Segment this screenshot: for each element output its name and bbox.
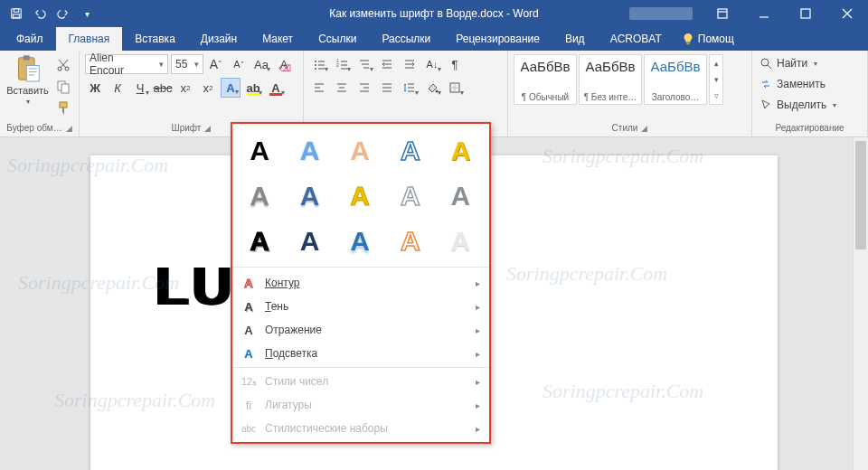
tab-review[interactable]: Рецензирование — [443, 27, 552, 51]
font-name-combo[interactable]: Alien Encour▾ — [85, 54, 168, 74]
svg-point-14 — [315, 61, 316, 62]
minimize-button[interactable] — [743, 0, 785, 27]
shading-button[interactable] — [422, 78, 442, 98]
scrollbar-thumb[interactable] — [855, 141, 866, 249]
vertical-scrollbar[interactable] — [853, 137, 868, 470]
bullets-button[interactable] — [309, 54, 329, 74]
ribbon-options-button[interactable] — [702, 0, 743, 27]
fx-preset[interactable]: A — [442, 178, 478, 214]
fx-preset[interactable]: A — [342, 178, 378, 214]
underline-button[interactable]: Ч — [130, 78, 150, 98]
fx-reflection-menu[interactable]: AОтражение▸ — [232, 318, 489, 342]
text-effects-button[interactable]: A — [221, 78, 241, 98]
save-button[interactable] — [5, 3, 27, 24]
format-painter-button[interactable] — [53, 99, 73, 118]
bold-button[interactable]: Ж — [85, 78, 105, 98]
svg-point-15 — [315, 64, 316, 66]
paste-button[interactable]: Вставить ▾ — [5, 54, 50, 118]
line-spacing-button[interactable] — [400, 78, 420, 98]
subscript-button[interactable]: x2 — [175, 78, 195, 98]
tab-mailings[interactable]: Рассылки — [369, 27, 443, 51]
fx-preset[interactable]: A — [342, 133, 378, 169]
increase-indent-button[interactable] — [400, 54, 420, 74]
styles-gallery-more[interactable]: ▴▾▿ — [709, 54, 723, 105]
tab-references[interactable]: Ссылки — [306, 27, 369, 51]
svg-rect-2 — [14, 14, 20, 18]
find-button[interactable]: Найти▾ — [758, 54, 862, 72]
tab-design[interactable]: Дизайн — [188, 27, 250, 51]
change-case-button[interactable]: Aa — [251, 54, 271, 74]
fx-preset[interactable]: A — [392, 133, 429, 169]
fx-preset[interactable]: A — [241, 133, 278, 169]
fx-preset[interactable]: A — [292, 223, 328, 259]
multilevel-list-button[interactable] — [354, 54, 374, 74]
redo-button[interactable] — [52, 3, 74, 24]
clear-formatting-button[interactable]: A⌫ — [274, 54, 294, 74]
tell-me-button[interactable]: Помощ — [682, 27, 734, 51]
fx-glow-menu[interactable]: AПодсветка▸ — [232, 342, 489, 365]
copy-button[interactable] — [53, 78, 73, 96]
svg-point-21 — [761, 59, 769, 66]
tab-home[interactable]: Главная — [56, 27, 123, 51]
decrease-indent-button[interactable] — [377, 54, 397, 74]
superscript-button[interactable]: x2 — [198, 78, 218, 98]
highlight-button[interactable]: ab — [243, 78, 263, 98]
style-no-spacing[interactable]: АаБбВв¶ Без инте… — [579, 54, 642, 105]
fx-preset[interactable]: A — [241, 223, 278, 259]
brush-icon — [56, 101, 71, 116]
close-button[interactable] — [826, 0, 868, 27]
fx-outline-menu[interactable]: AКонтур▸ — [232, 271, 489, 295]
fx-preset[interactable]: A — [442, 133, 478, 169]
font-size-combo[interactable]: 55▾ — [171, 54, 203, 74]
replace-icon — [760, 78, 772, 90]
borders-button[interactable] — [445, 78, 465, 98]
font-dialog-launcher[interactable]: ◢ — [204, 124, 211, 133]
undo-button[interactable] — [29, 3, 51, 24]
fx-preset[interactable]: A — [342, 223, 378, 259]
tab-layout[interactable]: Макет — [250, 27, 306, 51]
fx-preset[interactable]: A — [292, 133, 328, 169]
tab-file[interactable]: Файл — [4, 27, 56, 51]
tab-insert[interactable]: Вставка — [122, 27, 188, 51]
strikethrough-button[interactable]: abc — [153, 78, 173, 98]
sort-button[interactable]: A↓ — [422, 54, 442, 74]
fx-preset[interactable]: A — [392, 178, 429, 214]
search-icon — [760, 57, 772, 70]
fx-ligatures-menu: fiЛигатуры▸ — [232, 393, 489, 417]
show-marks-button[interactable]: ¶ — [445, 54, 465, 74]
tab-acrobat[interactable]: ACROBAT — [598, 27, 675, 51]
outline-icon: A — [240, 277, 258, 290]
align-left-button[interactable] — [309, 78, 329, 98]
document-text: LU — [156, 255, 235, 317]
group-clipboard-label: Буфер обм… — [6, 123, 61, 133]
style-normal[interactable]: АаБбВв¶ Обычный — [514, 54, 577, 105]
font-color-button[interactable]: A — [266, 78, 286, 98]
align-center-button[interactable] — [332, 78, 352, 98]
italic-button[interactable]: К — [108, 78, 127, 98]
clipboard-dialog-launcher[interactable]: ◢ — [66, 124, 72, 133]
cursor-icon — [760, 99, 772, 111]
cut-button[interactable] — [53, 56, 73, 74]
fx-shadow-menu[interactable]: AТень▸ — [232, 295, 489, 318]
shrink-font-button[interactable]: A˅ — [229, 54, 249, 74]
select-button[interactable]: Выделить▾ — [758, 96, 862, 114]
fx-preset[interactable]: A — [392, 223, 429, 259]
qat-customize-button[interactable]: ▾ — [76, 3, 98, 24]
tab-view[interactable]: Вид — [552, 27, 598, 51]
grow-font-button[interactable]: A˄ — [206, 54, 226, 74]
account-button[interactable] — [620, 0, 702, 27]
replace-button[interactable]: Заменить — [758, 75, 862, 93]
styles-dialog-launcher[interactable]: ◢ — [641, 124, 647, 133]
justify-button[interactable] — [377, 78, 397, 98]
svg-rect-5 — [686, 42, 690, 44]
fx-preset[interactable]: A — [292, 178, 328, 214]
maximize-button[interactable] — [785, 0, 826, 27]
fx-preset[interactable]: A — [442, 223, 478, 259]
numbering-button[interactable]: 12 — [332, 54, 352, 74]
group-clipboard: Вставить ▾ Буфер обм…◢ — [0, 51, 80, 136]
align-right-button[interactable] — [354, 78, 374, 98]
fx-preset[interactable]: A — [241, 178, 278, 214]
scissors-icon — [56, 58, 71, 72]
glow-icon: A — [240, 347, 258, 361]
style-heading1[interactable]: АаБбВвЗаголово… — [644, 54, 707, 105]
